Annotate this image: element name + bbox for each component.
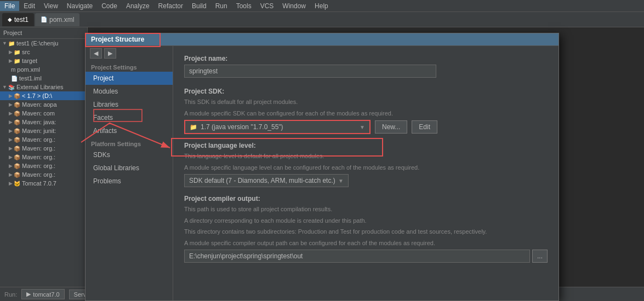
tab-pomxml-icon: 📄 bbox=[41, 16, 47, 22]
tree-icon-ext-libs: 📚 bbox=[8, 84, 15, 90]
menu-code[interactable]: Code bbox=[97, 1, 122, 11]
menu-analyze[interactable]: Analyze bbox=[122, 1, 154, 11]
tree-item-maven-junit[interactable]: ▶ 📦 Maven: junit: bbox=[0, 126, 87, 135]
tree-icon-pomxml: m bbox=[11, 67, 15, 73]
menu-tools[interactable]: Tools bbox=[232, 1, 256, 11]
tree-label-maven-com: Maven: com bbox=[22, 110, 55, 117]
tree-icon-tomcat: 🐱 bbox=[14, 181, 20, 187]
tree-label-src: src bbox=[22, 49, 30, 55]
tab-pom-xml[interactable]: 📄 pom.xml bbox=[35, 13, 79, 26]
menu-view[interactable]: View bbox=[39, 1, 62, 11]
menu-edit[interactable]: Edit bbox=[19, 1, 39, 11]
project-name-input[interactable] bbox=[184, 65, 436, 78]
project-sdk-label: Project SDK: bbox=[184, 88, 548, 95]
tree-label-test1iml: test1.iml bbox=[19, 75, 42, 82]
tree-arrow-src: ▶ bbox=[9, 49, 13, 55]
menu-run[interactable]: Run bbox=[211, 1, 232, 11]
tree-icon-maven-org2: 📦 bbox=[14, 146, 20, 152]
menu-file[interactable]: File bbox=[0, 1, 19, 11]
run-config-label: tomcat7.0 bbox=[33, 291, 59, 298]
nav-forward-button[interactable]: ▶ bbox=[104, 48, 116, 59]
nav-item-facets[interactable]: Facets bbox=[86, 111, 173, 124]
tree-item-maven-org4[interactable]: ▶ 📦 Maven: org.: bbox=[0, 161, 87, 170]
sidebar-title: Project bbox=[3, 30, 22, 36]
tree-icon-maven-junit: 📦 bbox=[14, 128, 20, 134]
nav-item-libraries[interactable]: Libraries bbox=[86, 98, 173, 111]
tree-item-pomxml[interactable]: m pom.xml bbox=[0, 65, 87, 74]
nav-item-modules[interactable]: Modules bbox=[86, 85, 173, 98]
project-sdk-hint2: A module specific SDK can be configured … bbox=[184, 109, 548, 118]
project-sdk-hint1: This SDK is default for all project modu… bbox=[184, 97, 548, 107]
sdk-select[interactable]: 📁 1.7 (java version "1.7.0_55") ▼ bbox=[184, 120, 371, 134]
tree-arrow-maven-org5: ▶ bbox=[9, 172, 13, 177]
tree-item-maven-org2[interactable]: ▶ 📦 Maven: org.: bbox=[0, 144, 87, 153]
tree-label-maven-org4: Maven: org.: bbox=[22, 163, 55, 169]
lang-selected-value: SDK default (7 - Diamonds, ARM, multi-ca… bbox=[189, 177, 335, 184]
tree-icon-maven-org1: 📦 bbox=[14, 137, 20, 143]
tree-item-test1iml[interactable]: 📄 test1.iml bbox=[0, 74, 87, 83]
menu-navigate[interactable]: Navigate bbox=[62, 1, 97, 11]
tree-arrow-tomcat: ▶ bbox=[9, 181, 13, 186]
tree-item-test1[interactable]: ▼ 📁 test1 (E:\chenju bbox=[0, 39, 87, 48]
menu-refactor[interactable]: Refactor bbox=[154, 1, 187, 11]
nav-item-artifacts[interactable]: Artifacts bbox=[86, 124, 173, 137]
tree-icon-maven-org5: 📦 bbox=[14, 172, 20, 178]
run-config-button[interactable]: ▶ tomcat7.0 bbox=[21, 289, 64, 299]
menu-help[interactable]: Help bbox=[310, 1, 333, 11]
menu-bar: File Edit View Navigate Code Analyze Ref… bbox=[0, 0, 644, 12]
compiler-hint2: A directory corresponding to each module… bbox=[184, 216, 548, 225]
tree-label-maven-aopa: Maven: aopa bbox=[22, 101, 57, 108]
project-structure-dialog: Project Structure ◀ ▶ Project Settings P… bbox=[85, 33, 559, 301]
project-settings-section-title: Project Settings bbox=[86, 61, 173, 72]
lang-select[interactable]: SDK default (7 - Diamonds, ARM, multi-ca… bbox=[184, 174, 349, 187]
tab-test1[interactable]: ◆ test1 bbox=[2, 13, 34, 26]
tree-arrow-maven-org1: ▶ bbox=[9, 137, 13, 142]
nav-item-project[interactable]: Project bbox=[86, 72, 173, 85]
tree-label-test1: test1 (E:\chenju bbox=[16, 40, 58, 47]
lang-dropdown-arrow-icon: ▼ bbox=[338, 178, 344, 184]
menu-build[interactable]: Build bbox=[187, 1, 211, 11]
tree-item-maven-org5[interactable]: ▶ 📦 Maven: org.: bbox=[0, 170, 87, 179]
sdk-edit-button[interactable]: Edit bbox=[412, 120, 437, 134]
browse-output-button[interactable]: ... bbox=[532, 250, 548, 263]
menu-window[interactable]: Window bbox=[278, 1, 310, 11]
tree-item-maven-aopa[interactable]: ▶ 📦 Maven: aopa bbox=[0, 100, 87, 109]
platform-settings-section-title: Platform Settings bbox=[86, 137, 173, 148]
tree-item-target[interactable]: ▶ 📁 target bbox=[0, 56, 87, 65]
tree-arrow-maven-aopa: ▶ bbox=[9, 102, 13, 107]
nav-back-button[interactable]: ◀ bbox=[90, 48, 102, 59]
tree-arrow-maven-com: ▶ bbox=[9, 111, 13, 116]
tree-icon-jdk17: 📦 bbox=[14, 93, 20, 99]
sdk-folder-icon: 📁 bbox=[190, 124, 197, 131]
nav-item-global-libraries[interactable]: Global Libraries bbox=[86, 161, 173, 175]
tree-item-jdk17[interactable]: ▶ 📦 < 1.7 > (D:\ bbox=[0, 91, 87, 100]
tree-icon-test1: 📁 bbox=[8, 40, 15, 47]
tree-item-ext-libs[interactable]: ▼ 📚 External Libraries bbox=[0, 83, 87, 91]
tree-item-maven-java[interactable]: ▶ 📦 Maven: java: bbox=[0, 118, 87, 126]
main-layout: 1: Project Project ▼ 📁 test1 (E:\chenju … bbox=[0, 27, 644, 287]
compiler-hint1: This path is used to store all project c… bbox=[184, 205, 548, 214]
tree-item-maven-com[interactable]: ▶ 📦 Maven: com bbox=[0, 109, 87, 118]
tab-test1-icon: ◆ bbox=[8, 16, 12, 22]
tree-item-src[interactable]: ▶ 📁 src bbox=[0, 48, 87, 56]
tree-arrow-maven-org4: ▶ bbox=[9, 163, 13, 169]
nav-item-sdks[interactable]: SDKs bbox=[86, 148, 173, 161]
tree-label-target: target bbox=[22, 57, 37, 64]
output-path-row: ... bbox=[184, 250, 548, 263]
dialog-overlay: Project Structure ◀ ▶ Project Settings P… bbox=[0, 27, 644, 287]
nav-item-problems[interactable]: Problems bbox=[86, 175, 173, 188]
output-path-input[interactable] bbox=[184, 250, 530, 263]
tree-item-tomcat[interactable]: ▶ 🐱 Tomcat 7.0.7 bbox=[0, 179, 87, 188]
tree-label-maven-org3: Maven: org.: bbox=[22, 154, 55, 160]
sdk-dropdown-arrow-icon: ▼ bbox=[360, 124, 365, 130]
dialog-right-content: Project name: Project SDK: This SDK is d… bbox=[173, 46, 558, 300]
tree-item-maven-org1[interactable]: ▶ 📦 Maven: org.: bbox=[0, 135, 87, 144]
tree-arrow-maven-org2: ▶ bbox=[9, 146, 13, 151]
tree-arrow-maven-junit: ▶ bbox=[9, 128, 13, 134]
tree-arrow-test1: ▼ bbox=[2, 40, 7, 46]
tree-icon-test1iml: 📄 bbox=[11, 76, 18, 82]
sdk-new-button[interactable]: New... bbox=[375, 120, 407, 134]
tree-icon-maven-java: 📦 bbox=[14, 119, 20, 125]
menu-vcs[interactable]: VCS bbox=[256, 1, 278, 11]
tree-item-maven-org3[interactable]: ▶ 📦 Maven: org.: bbox=[0, 153, 87, 161]
